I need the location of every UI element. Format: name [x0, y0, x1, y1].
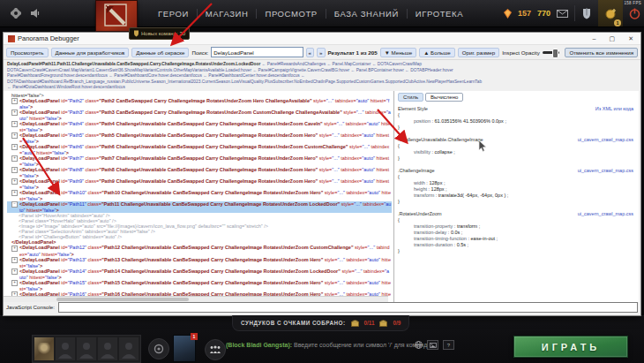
- breadcrumb-line[interactable]: ← Panel#DotaDashboard.WindowRoot:hover.d…: [7, 85, 637, 91]
- armory-shield-icon[interactable]: [581, 8, 592, 19]
- search-prev-button[interactable]: «: [306, 48, 314, 57]
- tree-node-path15[interactable]: +<DelayLoadPanel id="Path15" class="Path…: [7, 280, 392, 291]
- zoom-smaller-button[interactable]: ▼ Меньше: [380, 48, 417, 57]
- opacity-slider-knob[interactable]: [552, 49, 558, 58]
- globe-icon[interactable]: [415, 341, 423, 349]
- screenshot-icon[interactable]: [427, 340, 438, 350]
- close-button[interactable]: ✕: [628, 33, 633, 44]
- tree-node-path9[interactable]: +<DelayLoadPanel id="Path9" class="Path9…: [7, 178, 392, 190]
- breadcrumb-line[interactable]: DOTADashboard#Dashboard.RefBranch_Langua…: [7, 79, 637, 86]
- tree-node-path6[interactable]: +<DelayLoadPanel id="Path6" class="Path6…: [7, 144, 392, 155]
- player-avatar[interactable]: [34, 337, 54, 360]
- revert-all-button[interactable]: Отменить все изменения: [565, 48, 638, 57]
- expander-icon[interactable]: +: [11, 144, 18, 150]
- menu-watch[interactable]: ПРОСМОТР: [256, 9, 325, 19]
- css-rule: Element StyleИз XML или кода{position : …: [398, 106, 635, 131]
- party-avatar-strip: [32, 335, 141, 363]
- rule-source-link[interactable]: ui_cavern_crawl_map.css: [578, 168, 635, 174]
- css-property: height : 128px ;: [398, 186, 635, 193]
- empty-party-slot[interactable]: [56, 337, 75, 360]
- panorama-debugger-window: Panorama Debugger – ▢ ✕ Просмотреть Данн…: [3, 32, 641, 316]
- chat-placeholder: Введите сообщение или символ '/' для ком…: [294, 342, 429, 348]
- search-input[interactable]: [211, 47, 303, 57]
- expander-icon[interactable]: +: [11, 257, 18, 263]
- rule-selector: .ChallengeUnavailable.ChallengeImage: [398, 137, 483, 143]
- party-finder-button[interactable]: [205, 339, 226, 360]
- window-titlebar[interactable]: Panorama Debugger – ▢ ✕: [4, 33, 640, 45]
- expander-icon[interactable]: +: [11, 98, 18, 104]
- expander-icon[interactable]: +: [11, 268, 18, 275]
- css-property: width : 128px ;: [398, 180, 635, 186]
- expander-icon[interactable]: +: [11, 167, 18, 173]
- breadcrumb-trail[interactable]: ← Panel#RewardsAndChallenges ← Panel.Map…: [260, 62, 422, 66]
- fps-counter: 158 FPS: [624, 1, 641, 5]
- tab-paint-data[interactable]: Данные об окраске: [131, 48, 189, 57]
- tree-node-path5[interactable]: +<DelayLoadPanel id="Path5" class="Path5…: [7, 132, 392, 144]
- tree-node-path2[interactable]: +<DelayLoadPanel id="Path2" class="Path2…: [7, 98, 392, 110]
- empty-party-slot[interactable]: [119, 337, 139, 360]
- tree-node-path8[interactable]: +<DelayLoadPanel id="Path8" class="Path8…: [7, 167, 392, 178]
- tree-node-path13[interactable]: +<DelayLoadPanel id="Path13" class="Path…: [7, 257, 392, 268]
- tab-style[interactable]: Стиль: [398, 93, 423, 102]
- debugger-app-icon: [8, 35, 15, 42]
- rule-selector: .ChallengeImage: [398, 168, 435, 174]
- expander-icon[interactable]: +: [11, 246, 18, 252]
- rule-source-link[interactable]: ui_cavern_crawl_map.css: [578, 211, 635, 217]
- play-button[interactable]: ИГРАТЬ: [513, 336, 628, 358]
- tree-node-path3[interactable]: +<DelayLoadPanel id="Path3" class="Path3…: [7, 110, 392, 121]
- help-button[interactable]: ?: [443, 340, 454, 350]
- menu-learn[interactable]: БАЗА ЗНАНИЙ: [326, 9, 407, 19]
- breadcrumb-current[interactable]: DelayLoadPanel#Path11.Path11.ChallengeUn…: [7, 62, 260, 66]
- tree-node-path10[interactable]: +<DelayLoadPanel id="Path10" class="Path…: [7, 190, 392, 201]
- expander-icon[interactable]: +: [11, 132, 18, 139]
- screenshot-root: ГЕРОИ МАГАЗИН ПРОСМОТР БАЗА ЗНАНИЙ ИГРОТ…: [0, 0, 644, 363]
- play-button-label: ИГРАТЬ: [542, 342, 601, 352]
- expander-icon[interactable]: +: [11, 178, 18, 185]
- zoom-original-button[interactable]: Ориг. размер: [458, 48, 499, 57]
- menu-store[interactable]: МАГАЗИН: [197, 9, 257, 19]
- tree-node-path14[interactable]: +<DelayLoadPanel id="Path14" class="Path…: [7, 268, 392, 280]
- tab-dev-data[interactable]: Данные для разработчиков: [51, 48, 130, 57]
- inspect-opacity-label: Inspect Opacity: [502, 49, 540, 56]
- teams-shield-icon: [133, 30, 139, 37]
- tab-computed[interactable]: Вычислено: [425, 93, 463, 102]
- expander-icon[interactable]: +: [11, 190, 18, 196]
- featured-card-thumbnail[interactable]: 1: [173, 335, 196, 362]
- tree-node-path11[interactable]: −<DelayLoadPanel id="Path11" class="Path…: [7, 201, 392, 213]
- tree-node-path4[interactable]: +<DelayLoadPanel id="Path4" class="Path4…: [7, 121, 392, 132]
- tab-inspect[interactable]: Просмотреть: [6, 48, 49, 57]
- breadcrumb-line[interactable]: Panel#DashboardForeground:hover.descenda…: [7, 73, 637, 79]
- expander-icon[interactable]: +: [11, 155, 18, 162]
- zoom-bigger-button[interactable]: ▲ Больше: [419, 48, 454, 57]
- tree-node-path7[interactable]: +<DelayLoadPanel id="Path7" class="Path7…: [7, 155, 392, 167]
- styles-panel: Стиль Вычислено Element StyleИз XML или …: [394, 91, 639, 302]
- tree-node-path12[interactable]: +<DelayLoadPanel id="Path12" class="Path…: [7, 245, 392, 256]
- mail-icon[interactable]: [557, 10, 568, 18]
- expander-icon[interactable]: +: [11, 280, 18, 286]
- expander-icon[interactable]: +: [11, 110, 18, 116]
- chat-input-line[interactable]: (Block Bladi Gangsta): Введите сообщение…: [226, 342, 429, 348]
- empty-party-slot[interactable]: [98, 337, 117, 360]
- rank-medal-button[interactable]: [148, 338, 169, 359]
- menu-heroes[interactable]: ГЕРОИ: [150, 9, 197, 19]
- main-menu: ГЕРОИ МАГАЗИН ПРОСМОТР БАЗА ЗНАНИЙ ИГРОТ…: [150, 0, 471, 26]
- search-next-button[interactable]: »: [317, 48, 325, 57]
- power-button-icon[interactable]: [629, 8, 640, 19]
- breadcrumb-line[interactable]: DOTACavernCrawl#CavernCrawl.MapVariant1.…: [7, 68, 637, 74]
- volume-icon[interactable]: [30, 8, 41, 19]
- rule-source-link[interactable]: Из XML или кода: [595, 106, 635, 112]
- expander-icon[interactable]: −: [11, 201, 18, 208]
- battlepass-coin-tile[interactable]: 1: [598, 0, 623, 26]
- new-teams-tooltip: Новых команд: 30: [129, 27, 190, 40]
- maximize-button[interactable]: ▢: [610, 33, 616, 44]
- expander-icon[interactable]: +: [11, 121, 18, 127]
- empty-party-slot[interactable]: [77, 337, 96, 360]
- menu-arcade[interactable]: ИГРОТЕКА: [407, 9, 471, 19]
- settings-gear-icon[interactable]: [11, 8, 21, 19]
- chest-progress-panel: СУНДУКОВ С ОЧКАМИ СОБРАНО: 0/11 0/9: [232, 315, 409, 331]
- css-property: transform : translate3d( -64px, -64px, 0…: [398, 193, 635, 199]
- opacity-slider[interactable]: [543, 51, 560, 54]
- js-console-input[interactable]: [58, 302, 638, 313]
- minimize-button[interactable]: –: [593, 33, 596, 44]
- rule-source-link[interactable]: ui_cavern_crawl_map.css: [578, 137, 635, 143]
